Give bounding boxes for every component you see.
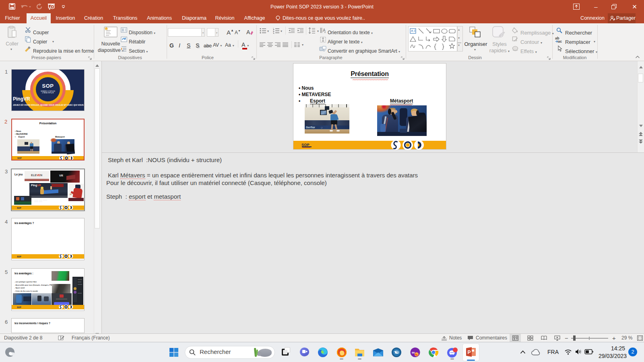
svg-text:∞: ∞	[412, 350, 415, 355]
svg-text:P: P	[468, 350, 471, 355]
svg-text:A: A	[246, 29, 250, 35]
svg-text:A: A	[411, 29, 413, 33]
svg-text:3: 3	[273, 32, 274, 34]
svg-text:ac: ac	[558, 39, 562, 43]
svg-text:A: A	[323, 28, 326, 33]
